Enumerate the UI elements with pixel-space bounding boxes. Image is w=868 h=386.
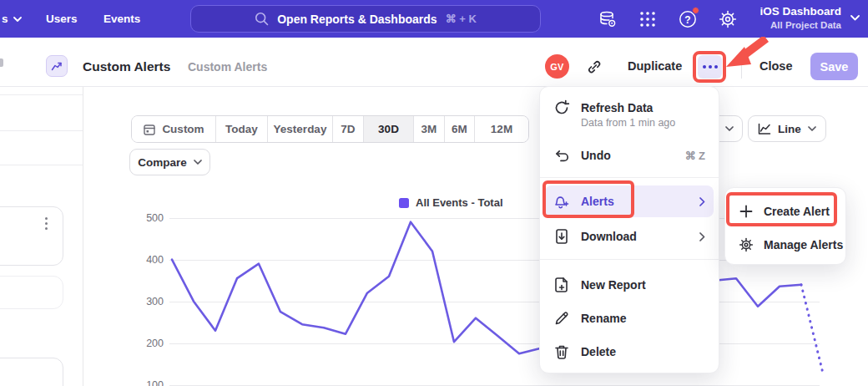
date-range-6m[interactable]: 6M	[445, 116, 475, 142]
project-scope: All Project Data	[760, 19, 841, 31]
more-dot	[703, 65, 706, 69]
notification-dot	[692, 7, 699, 14]
menu-item-new-report[interactable]: New Report	[540, 269, 719, 301]
menu-item-rename[interactable]: Rename	[540, 302, 719, 334]
calendar-icon	[143, 123, 156, 136]
menu-separator	[540, 259, 719, 260]
project-selector[interactable]: iOS Dashboard All Project Data	[760, 4, 841, 31]
svg-text:?: ?	[684, 14, 690, 26]
chevron-down-icon	[808, 126, 816, 131]
y-axis-tick: 100	[132, 379, 164, 386]
menu-item-undo[interactable]: Undo ⌘ Z	[540, 140, 719, 170]
data-management-icon[interactable]	[598, 9, 618, 29]
search-shortcut: ⌘ + K	[446, 13, 477, 25]
gridline	[169, 260, 820, 261]
legend-swatch	[399, 198, 409, 208]
collapsed-edge-element	[0, 58, 3, 67]
report-header: Custom Alerts Custom Alerts GV Duplicate…	[0, 38, 868, 87]
bell-plus-icon	[553, 193, 570, 210]
date-range-segmented-control: Custom Today Yesterday 7D 30D 3M 6M 12M	[131, 115, 529, 143]
menu-item-delete[interactable]: Delete	[540, 336, 719, 368]
date-range-7d[interactable]: 7D	[333, 116, 364, 142]
nav-item-truncated-label: s	[2, 13, 8, 25]
menu-item-alerts[interactable]: Alerts	[545, 185, 714, 217]
help-icon[interactable]: ?	[678, 9, 698, 29]
chart-type-dropdown[interactable]: Line	[748, 115, 826, 142]
date-range-3m[interactable]: 3M	[414, 116, 445, 142]
alerts-submenu: Create Alert Manage Alerts	[724, 187, 846, 265]
date-range-12m[interactable]: 12M	[475, 116, 528, 142]
legend-item-all-events-total[interactable]: All Events - Total	[399, 196, 503, 209]
chevron-down-icon	[725, 126, 734, 131]
date-range-yesterday[interactable]: Yesterday	[268, 116, 333, 142]
line-chart-icon	[758, 123, 771, 135]
date-range-today[interactable]: Today	[216, 116, 268, 142]
save-button[interactable]: Save	[810, 53, 858, 80]
apps-grid-icon[interactable]	[638, 9, 658, 29]
y-axis-tick: 300	[132, 296, 164, 307]
more-options-button[interactable]	[698, 55, 722, 79]
content-divider	[83, 87, 83, 386]
nav-item-users[interactable]: Users	[46, 0, 78, 38]
menu-separator	[540, 177, 719, 178]
duplicate-button[interactable]: Duplicate	[628, 59, 682, 73]
search-icon	[255, 12, 269, 26]
settings-gear-icon[interactable]	[718, 9, 738, 29]
copy-link-icon[interactable]	[584, 57, 604, 77]
sidebar-card[interactable]	[0, 276, 63, 309]
global-search-input[interactable]: Open Reports & Dashboards ⌘ + K	[190, 5, 541, 33]
sidebar-card[interactable]	[0, 206, 63, 266]
chart-series-projected-dotted	[801, 285, 823, 373]
gear-icon	[739, 237, 754, 252]
undo-icon	[553, 147, 570, 164]
chevron-down-icon	[850, 15, 860, 21]
nav-item-truncated[interactable]: s	[2, 0, 22, 38]
pencil-icon	[553, 310, 570, 327]
chevron-down-icon	[194, 160, 202, 165]
page-title: Custom Alerts	[83, 59, 170, 74]
close-button[interactable]: Close	[760, 59, 793, 73]
more-options-menu: Refresh Data Data from 1 min ago Undo ⌘ …	[539, 86, 719, 373]
header-divider	[741, 55, 742, 79]
date-range-30d-selected[interactable]: 30D	[364, 116, 414, 142]
chevron-right-icon	[699, 197, 705, 206]
date-range-custom[interactable]: Custom	[132, 116, 216, 142]
chevron-right-icon	[699, 232, 705, 241]
y-axis-tick: 500	[132, 212, 164, 224]
submenu-item-manage-alerts[interactable]: Manage Alerts	[725, 230, 845, 260]
download-icon	[553, 228, 570, 245]
new-report-icon	[553, 277, 570, 293]
compare-button[interactable]: Compare	[129, 149, 210, 175]
y-axis-tick: 200	[132, 338, 164, 349]
card-kebab-menu-icon[interactable]	[43, 216, 49, 231]
project-name: iOS Dashboard	[760, 4, 841, 19]
legend-label: All Events - Total	[416, 196, 503, 209]
undo-shortcut: ⌘ Z	[684, 150, 705, 162]
refresh-icon	[553, 99, 570, 116]
report-type-line-chart-icon	[46, 55, 68, 77]
app-root: s Users Events Open Reports & Dashboards…	[0, 0, 868, 386]
top-navbar: s Users Events Open Reports & Dashboards…	[0, 0, 868, 38]
avatar[interactable]: GV	[545, 54, 569, 79]
refresh-data-subtext: Data from 1 min ago	[581, 117, 675, 129]
chevron-down-icon	[13, 17, 22, 22]
trash-icon	[553, 343, 570, 360]
submenu-item-create-alert[interactable]: Create Alert	[725, 196, 845, 226]
sidebar-divider	[0, 94, 83, 95]
gridline	[169, 302, 820, 302]
search-placeholder: Open Reports & Dashboards	[277, 13, 437, 26]
sidebar-divider	[0, 130, 83, 131]
gridline	[169, 343, 820, 344]
sidebar-divider	[0, 165, 83, 165]
menu-item-download[interactable]: Download	[540, 221, 719, 252]
nav-item-events[interactable]: Events	[103, 0, 140, 38]
gridline	[169, 218, 820, 219]
sidebar-card[interactable]	[0, 358, 63, 386]
plus-icon	[739, 204, 754, 219]
y-axis-tick: 400	[132, 254, 164, 266]
report-subtitle: Custom Alerts	[188, 60, 267, 74]
